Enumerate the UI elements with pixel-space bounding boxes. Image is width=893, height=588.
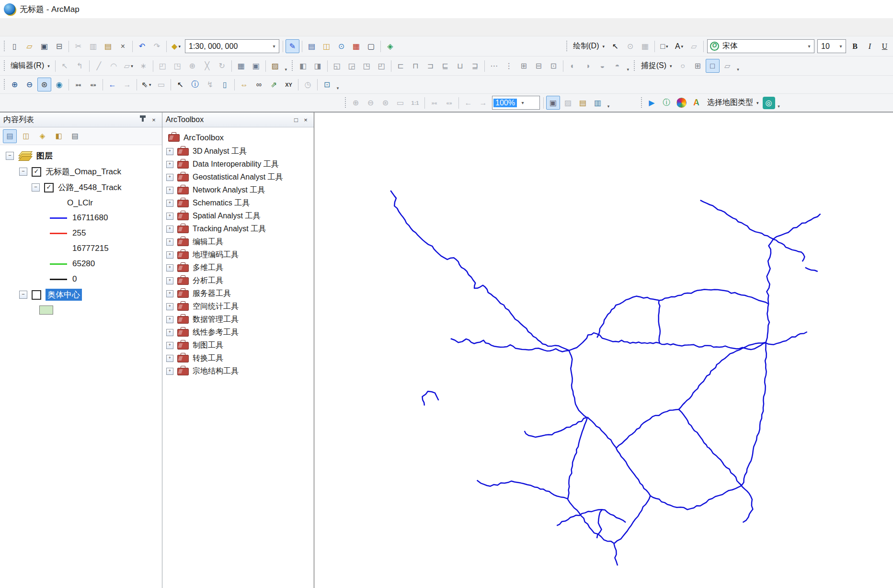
layers-root-item[interactable]: − 图层 — [0, 148, 162, 164]
rotate-feature-tool[interactable]: ↻ — [215, 59, 229, 73]
rainbow-a-button[interactable]: A — [689, 96, 703, 110]
expand-expander-icon[interactable]: + — [166, 264, 173, 271]
split-tool[interactable]: ⊕ — [185, 59, 199, 73]
editor-menu[interactable]: 编辑器(R)▾ — [7, 59, 53, 72]
print-button[interactable]: ⊟ — [52, 39, 66, 53]
clear-selection-button[interactable]: ▭ — [154, 78, 168, 91]
edit-annotation-tool[interactable]: ↰ — [73, 59, 87, 73]
cut-polygons-tool[interactable]: ◰ — [156, 59, 170, 73]
make-same-height-button[interactable]: ⊡ — [547, 59, 561, 73]
toolbox-cartography[interactable]: + 制图工具 — [166, 339, 314, 352]
zoom-100-button[interactable]: 1:1 — [408, 96, 422, 110]
toolbar-overflow-button[interactable]: ▾ — [625, 59, 631, 73]
aoti-layer-label-selected[interactable]: 奥体中心 — [46, 289, 82, 301]
hyperlink-tool[interactable]: ↯ — [203, 78, 217, 91]
legend-color-chip[interactable] — [50, 279, 67, 280]
toolbox-conversion[interactable]: + 转换工具 — [166, 352, 314, 365]
redo-button[interactable]: ↷ — [150, 39, 164, 53]
shape-tool[interactable]: □▾ — [657, 39, 671, 53]
menu-edit[interactable] — [16, 24, 29, 31]
legend-color-chip[interactable] — [50, 263, 67, 265]
toolbox-multidimension[interactable]: + 多维工具 — [166, 261, 314, 274]
cut-button[interactable]: ✂ — [71, 39, 85, 53]
menu-insert[interactable] — [54, 24, 66, 31]
arctoolbox-button[interactable]: ▦ — [349, 39, 363, 53]
end-snapping-button[interactable]: ⊞ — [691, 59, 705, 73]
map-scale-combo[interactable]: 1:30, 000, 000▾ — [185, 39, 279, 53]
map-view[interactable] — [314, 113, 893, 588]
chevron-down-icon[interactable]: ▾ — [269, 40, 279, 53]
data-driven-pages-button[interactable]: ▥ — [591, 96, 605, 110]
layout-zoom-in-button[interactable]: ⊕ — [349, 96, 363, 110]
reshape-feature-tool[interactable]: ◳ — [171, 59, 184, 73]
chevron-down-icon[interactable]: ▾ — [836, 40, 846, 53]
add-data-button[interactable]: ◆▾ — [169, 39, 183, 53]
toggle-draft-mode-button[interactable]: ▨ — [561, 96, 575, 110]
send-backward-button[interactable]: ◰ — [375, 59, 389, 73]
python-button[interactable]: ▢ — [364, 39, 378, 53]
expand-expander-icon[interactable]: + — [166, 200, 173, 207]
copy-button[interactable]: ▥ — [86, 39, 100, 53]
toolbox-schematics[interactable]: + Schematics 工具 — [166, 197, 314, 210]
rotate-element-tool[interactable]: ⊙ — [623, 39, 637, 53]
toc-close-icon[interactable]: × — [149, 115, 159, 124]
measure-tool[interactable]: ⇔ — [237, 78, 251, 91]
font-combo[interactable]: O宋体▾ — [707, 39, 814, 53]
align-left-button[interactable]: ⊏ — [394, 59, 408, 73]
edit-vertices-tool[interactable]: ▱ — [687, 39, 701, 53]
collapse-expander-icon[interactable]: − — [6, 152, 14, 160]
create-features-button[interactable]: ▨ — [268, 59, 282, 73]
layer-checkbox-checked[interactable]: ✓ — [32, 167, 41, 177]
expand-expander-icon[interactable]: + — [166, 355, 173, 362]
menu-bookmarks[interactable] — [41, 24, 54, 31]
find-tool[interactable]: ∞ — [252, 78, 266, 91]
layout-back-extent-button[interactable]: ← — [461, 96, 475, 110]
flip-vertically-button[interactable]: ◓ — [610, 59, 624, 73]
toolbox-network-analyst[interactable]: + Network Analyst 工具 — [166, 184, 314, 197]
run-button[interactable]: ▶ — [645, 96, 659, 110]
chevron-down-icon[interactable]: ▾ — [804, 40, 814, 53]
new-map-button[interactable]: ▯ — [8, 39, 22, 53]
distribute-horizontally-button[interactable]: ⋯ — [487, 59, 501, 73]
time-slider-button[interactable]: ◷ — [301, 78, 315, 91]
rotate-left-button[interactable]: ◑ — [581, 59, 595, 73]
draw-menu[interactable]: 绘制(D)▾ — [570, 40, 608, 53]
marker-info-button[interactable]: ⓘ — [660, 96, 674, 110]
catalog-button[interactable]: ◫ — [320, 39, 333, 53]
rotate-graphics-button[interactable]: ◨ — [311, 59, 325, 73]
zoom-out-tool[interactable]: ⊖ — [23, 78, 36, 91]
vertex-tool[interactable]: ▱▾ — [122, 59, 136, 73]
map-type-menu[interactable]: 选择地图类型▾ — [704, 96, 762, 109]
endpoint-arc-tool[interactable]: ◠ — [107, 59, 121, 73]
full-extent-button[interactable]: ◉ — [52, 78, 66, 91]
toolbox-server[interactable]: + 服务器工具 — [166, 287, 314, 300]
menu-help[interactable] — [116, 24, 128, 31]
italic-button[interactable]: I — [863, 39, 877, 53]
select-features-tool[interactable]: ⇖▾ — [139, 78, 153, 91]
zoom-whole-page-button[interactable]: ▭ — [393, 96, 407, 110]
change-layout-button[interactable]: ▤ — [576, 96, 590, 110]
html-popup-tool[interactable]: ▯ — [218, 78, 232, 91]
attributes-button[interactable]: ▦ — [234, 59, 248, 73]
options-button[interactable]: ▤ — [68, 129, 82, 143]
toolbox-spatial-analyst[interactable]: + Spatial Analyst 工具 — [166, 210, 314, 223]
fixed-zoom-out-button[interactable]: «» — [86, 78, 100, 91]
text-tool[interactable]: A▾ — [672, 39, 686, 53]
vertex-snapping-button[interactable]: □ — [706, 59, 720, 73]
chevron-down-icon[interactable]: ▾ — [518, 96, 527, 109]
layout-fixed-zoom-out-button[interactable]: «» — [442, 96, 456, 110]
align-top-button[interactable]: ⊑ — [438, 59, 452, 73]
viewer-window-button[interactable]: ⊡ — [320, 78, 334, 91]
toolbox-editing[interactable]: + 编辑工具 — [166, 236, 314, 249]
bring-forward-button[interactable]: ◳ — [360, 59, 374, 73]
focus-data-frame-button[interactable]: ▣ — [546, 96, 560, 110]
line-intersection-tool[interactable]: ╳ — [200, 59, 214, 73]
collapse-expander-icon[interactable]: − — [32, 183, 40, 192]
align-bottom-button[interactable]: ⊒ — [468, 59, 482, 73]
fit-to-margins-button[interactable]: ⊞ — [517, 59, 531, 73]
menu-customize[interactable] — [91, 24, 103, 31]
layer-checkbox-checked[interactable]: ✓ — [44, 183, 54, 192]
align-center-button[interactable]: ⊓ — [409, 59, 423, 73]
expand-expander-icon[interactable]: + — [166, 290, 173, 297]
edit-tool-button[interactable]: ✎ — [286, 39, 299, 53]
